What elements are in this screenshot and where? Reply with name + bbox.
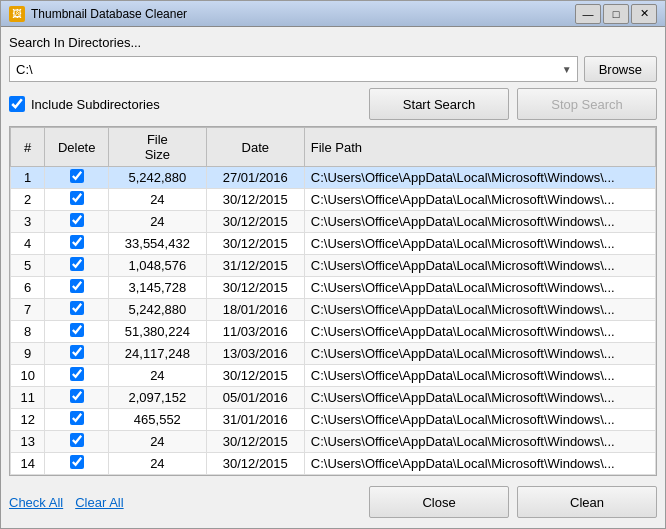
table-row: 32430/12/2015C:\Users\Office\AppData\Loc… [11,211,656,233]
app-icon: 🖼 [9,6,25,22]
cell-filesize: 5,242,880 [108,167,206,189]
cell-num: 8 [11,321,45,343]
cell-date: 30/12/2015 [206,277,304,299]
cell-filesize: 24 [108,453,206,475]
cell-delete [45,365,108,387]
cell-num: 4 [11,233,45,255]
browse-button[interactable]: Browse [584,56,657,82]
stop-search-button[interactable]: Stop Search [517,88,657,120]
close-button[interactable]: Close [369,486,509,518]
footer-buttons: Close Clean [369,486,657,518]
table-body: 15,242,88027/01/2016C:\Users\Office\AppD… [11,167,656,475]
delete-checkbox[interactable] [70,235,84,249]
col-num: # [11,128,45,167]
directory-select[interactable]: C:\ [9,56,578,82]
cell-filepath: C:\Users\Office\AppData\Local\Microsoft\… [304,321,655,343]
delete-checkbox[interactable] [70,213,84,227]
cell-date: 31/12/2015 [206,255,304,277]
cell-num: 5 [11,255,45,277]
search-buttons: Start Search Stop Search [369,88,657,120]
cell-date: 30/12/2015 [206,365,304,387]
col-filesize: FileSize [108,128,206,167]
cell-filesize: 33,554,432 [108,233,206,255]
table-row: 22430/12/2015C:\Users\Office\AppData\Loc… [11,189,656,211]
include-subdirs-label[interactable]: Include Subdirectories [9,96,160,112]
options-row: Include Subdirectories Start Search Stop… [9,88,657,120]
delete-checkbox[interactable] [70,169,84,183]
table-row: 51,048,57631/12/2015C:\Users\Office\AppD… [11,255,656,277]
cell-filepath: C:\Users\Office\AppData\Local\Microsoft\… [304,167,655,189]
clear-all-button[interactable]: Clear All [75,495,123,510]
cell-filesize: 24 [108,189,206,211]
table-row: 433,554,43230/12/2015C:\Users\Office\App… [11,233,656,255]
results-table-wrapper: # Delete FileSize Date File Path 15,242,… [9,126,657,476]
delete-checkbox[interactable] [70,455,84,469]
table-row: 112,097,15205/01/2016C:\Users\Office\App… [11,387,656,409]
minimize-button[interactable]: — [575,4,601,24]
table-row: 63,145,72830/12/2015C:\Users\Office\AppD… [11,277,656,299]
cell-delete [45,453,108,475]
delete-checkbox[interactable] [70,323,84,337]
maximize-button[interactable]: □ [603,4,629,24]
table-container[interactable]: # Delete FileSize Date File Path 15,242,… [10,127,656,475]
cell-date: 13/03/2016 [206,343,304,365]
col-filepath: File Path [304,128,655,167]
delete-checkbox[interactable] [70,411,84,425]
cell-date: 30/12/2015 [206,453,304,475]
footer: Check All Clear All Close Clean [9,482,657,520]
include-subdirs-text: Include Subdirectories [31,97,160,112]
cell-num: 14 [11,453,45,475]
delete-checkbox[interactable] [70,257,84,271]
table-row: 75,242,88018/01/2016C:\Users\Office\AppD… [11,299,656,321]
cell-filepath: C:\Users\Office\AppData\Local\Microsoft\… [304,233,655,255]
cell-num: 13 [11,431,45,453]
cell-filepath: C:\Users\Office\AppData\Local\Microsoft\… [304,299,655,321]
cell-num: 2 [11,189,45,211]
cell-delete [45,343,108,365]
cell-filesize: 1,048,576 [108,255,206,277]
cell-date: 11/03/2016 [206,321,304,343]
cell-num: 7 [11,299,45,321]
cell-num: 9 [11,343,45,365]
close-window-button[interactable]: ✕ [631,4,657,24]
cell-num: 6 [11,277,45,299]
results-table: # Delete FileSize Date File Path 15,242,… [10,127,656,475]
check-all-button[interactable]: Check All [9,495,63,510]
delete-checkbox[interactable] [70,433,84,447]
cell-delete [45,409,108,431]
cell-filepath: C:\Users\Office\AppData\Local\Microsoft\… [304,343,655,365]
cell-delete [45,255,108,277]
cell-delete [45,299,108,321]
delete-checkbox[interactable] [70,301,84,315]
start-search-button[interactable]: Start Search [369,88,509,120]
content-area: Search In Directories... C:\ ▼ Browse In… [1,27,665,528]
delete-checkbox[interactable] [70,345,84,359]
cell-delete [45,211,108,233]
cell-filesize: 24 [108,431,206,453]
cell-num: 10 [11,365,45,387]
include-subdirs-checkbox[interactable] [9,96,25,112]
footer-links: Check All Clear All [9,495,124,510]
title-bar: 🖼 Thumbnail Database Cleaner — □ ✕ [1,1,665,27]
cell-delete [45,387,108,409]
delete-checkbox[interactable] [70,191,84,205]
cell-date: 30/12/2015 [206,211,304,233]
table-row: 12465,55231/01/2016C:\Users\Office\AppDa… [11,409,656,431]
delete-checkbox[interactable] [70,389,84,403]
cell-date: 27/01/2016 [206,167,304,189]
cell-filesize: 5,242,880 [108,299,206,321]
cell-delete [45,167,108,189]
delete-checkbox[interactable] [70,279,84,293]
delete-checkbox[interactable] [70,367,84,381]
cell-date: 18/01/2016 [206,299,304,321]
cell-date: 31/01/2016 [206,409,304,431]
cell-filepath: C:\Users\Office\AppData\Local\Microsoft\… [304,409,655,431]
cell-date: 05/01/2016 [206,387,304,409]
cell-filepath: C:\Users\Office\AppData\Local\Microsoft\… [304,189,655,211]
cell-num: 12 [11,409,45,431]
clean-button[interactable]: Clean [517,486,657,518]
table-row: 142430/12/2015C:\Users\Office\AppData\Lo… [11,453,656,475]
main-window: 🖼 Thumbnail Database Cleaner — □ ✕ Searc… [0,0,666,529]
cell-filesize: 24 [108,365,206,387]
cell-filepath: C:\Users\Office\AppData\Local\Microsoft\… [304,277,655,299]
